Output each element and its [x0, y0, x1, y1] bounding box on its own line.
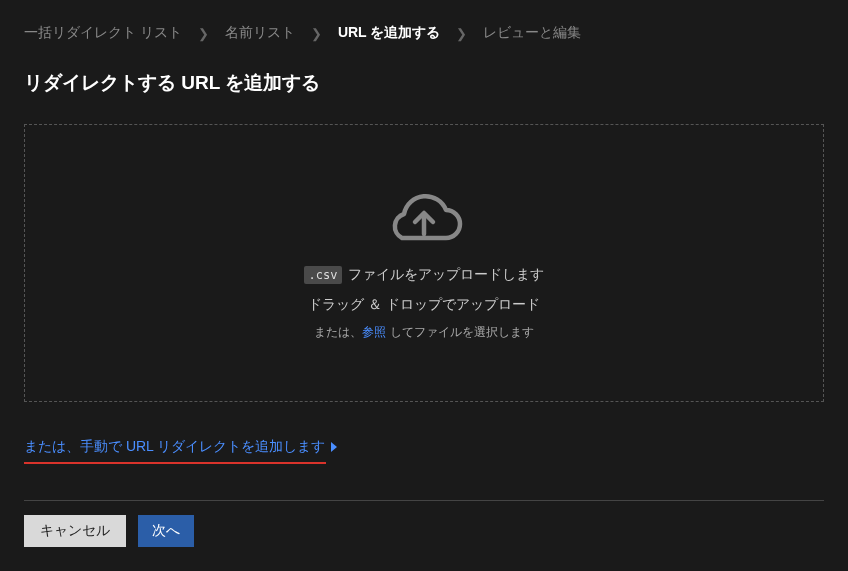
footer-divider — [24, 500, 824, 501]
or-suffix-text: してファイルを選択します — [386, 325, 533, 339]
chevron-right-icon: ❯ — [311, 26, 322, 41]
next-button[interactable]: 次へ — [138, 515, 194, 547]
cloud-upload-icon — [383, 186, 465, 258]
breadcrumb-item-add-url: URL を追加する — [338, 24, 440, 42]
triangle-right-icon — [331, 442, 337, 452]
csv-badge: .csv — [304, 266, 343, 284]
upload-hint-file: .csv ファイルをアップロードします — [304, 266, 545, 284]
file-dropzone[interactable]: .csv ファイルをアップロードします ドラッグ ＆ ドロップでアップロード ま… — [24, 124, 824, 402]
chevron-right-icon: ❯ — [198, 26, 209, 41]
breadcrumb-item-bulk-list[interactable]: 一括リダイレクト リスト — [24, 24, 182, 42]
breadcrumb-item-review: レビューと編集 — [483, 24, 581, 42]
or-prefix-text: または、 — [314, 325, 362, 339]
page-title: リダイレクトする URL を追加する — [24, 70, 824, 96]
cancel-button[interactable]: キャンセル — [24, 515, 126, 547]
highlight-underline — [24, 462, 326, 464]
chevron-right-icon: ❯ — [456, 26, 467, 41]
breadcrumb: 一括リダイレクト リスト ❯ 名前リスト ❯ URL を追加する ❯ レビューと… — [24, 24, 824, 42]
upload-hint-browse: または、参照 してファイルを選択します — [314, 324, 533, 341]
browse-link[interactable]: 参照 — [362, 325, 386, 339]
upload-suffix-text: ファイルをアップロードします — [348, 266, 544, 284]
manual-add-link-label: または、手動で URL リダイレクトを追加します — [24, 438, 325, 456]
manual-add-link[interactable]: または、手動で URL リダイレクトを追加します — [24, 438, 337, 456]
footer-actions: キャンセル 次へ — [24, 515, 824, 547]
upload-hint-drag: ドラッグ ＆ ドロップでアップロード — [308, 296, 540, 314]
breadcrumb-item-name-list[interactable]: 名前リスト — [225, 24, 295, 42]
